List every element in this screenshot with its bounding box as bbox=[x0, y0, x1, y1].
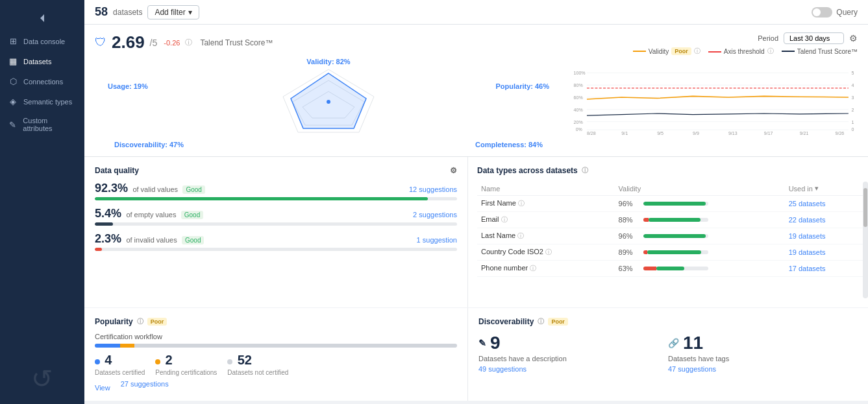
svg-point-5 bbox=[327, 100, 330, 104]
sidebar-item-connections[interactable]: ⬡ Connections bbox=[0, 71, 84, 91]
col-name: Name bbox=[477, 182, 615, 196]
panels-row-1: Data quality ⚙ 92.3% of valid values Goo… bbox=[84, 157, 868, 307]
certified-value: 4 bbox=[105, 353, 112, 367]
disc-desc-label: Datasets have a description bbox=[478, 355, 668, 362]
svg-text:9/17: 9/17 bbox=[764, 131, 773, 136]
dq-invalid-suggestion[interactable]: 1 suggestion bbox=[417, 236, 457, 244]
sidebar-item-custom-attributes[interactable]: ✎ Custom attributes bbox=[0, 112, 84, 137]
svg-text:100%: 100% bbox=[574, 71, 586, 75]
used-in-link[interactable]: 25 datasets bbox=[789, 200, 826, 208]
sidebar: ⊞ Data console ▦ Datasets ⬡ Connections … bbox=[0, 0, 84, 404]
sort-icon: ▾ bbox=[815, 184, 819, 193]
svg-marker-0 bbox=[40, 14, 44, 22]
pop-links: View 27 suggestions bbox=[95, 380, 457, 392]
panels-row-2: Popularity ⓘ Poor Certification workflow… bbox=[84, 308, 868, 401]
disc-stats: ✎ 9 Datasets have a description 49 sugge… bbox=[478, 333, 858, 373]
table-row: Email ⓘ 88% bbox=[477, 212, 863, 228]
validity-pct: 88% bbox=[619, 216, 639, 224]
used-in-link[interactable]: 22 datasets bbox=[789, 216, 826, 224]
popularity-poor-badge: Poor bbox=[147, 318, 167, 326]
legend-trust: Talend Trust Score™ bbox=[782, 48, 858, 55]
dq-empty-metric: 5.4% of empty values Good 2 suggestions bbox=[95, 207, 457, 226]
dq-valid-badge: Good bbox=[182, 185, 205, 194]
validity-pct: 96% bbox=[619, 200, 639, 208]
row-info-icon[interactable]: ⓘ bbox=[517, 232, 524, 239]
used-in-link[interactable]: 19 datasets bbox=[789, 232, 826, 240]
data-types-info-icon[interactable]: ⓘ bbox=[582, 166, 588, 175]
add-filter-button[interactable]: Add filter ▾ bbox=[147, 5, 199, 19]
legend-validity-label: Validity bbox=[649, 48, 669, 55]
col-used-in[interactable]: Used in ▾ bbox=[785, 182, 863, 196]
svg-text:3: 3 bbox=[852, 95, 854, 100]
svg-text:9/5: 9/5 bbox=[657, 131, 663, 136]
data-quality-settings-icon[interactable]: ⚙ bbox=[450, 166, 457, 175]
dq-invalid-fill bbox=[95, 248, 102, 251]
data-types-title: Data types across datasets ⓘ bbox=[477, 166, 868, 175]
sidebar-item-label: Custom attributes bbox=[23, 117, 77, 132]
table-row: Last Name ⓘ 96% 19 datasets bbox=[477, 228, 863, 244]
row-info-icon[interactable]: ⓘ bbox=[545, 248, 552, 255]
popularity-info-icon[interactable]: ⓘ bbox=[137, 317, 143, 326]
validity-info-icon[interactable]: ⓘ bbox=[694, 47, 701, 56]
axis-threshold-line-icon bbox=[708, 51, 721, 53]
sidebar-item-data-console[interactable]: ⊞ Data console bbox=[0, 31, 84, 51]
pop-suggestions-link[interactable]: 27 suggestions bbox=[121, 380, 169, 392]
dq-empty-suggestion[interactable]: 2 suggestions bbox=[413, 211, 457, 219]
used-in-link[interactable]: 17 datasets bbox=[789, 265, 826, 272]
used-in-link[interactable]: 19 datasets bbox=[789, 248, 826, 256]
dq-valid-value: 92.3% bbox=[95, 182, 128, 195]
row-info-icon[interactable]: ⓘ bbox=[530, 265, 536, 272]
table-scrollbar[interactable] bbox=[863, 182, 868, 298]
sidebar-back-icon[interactable] bbox=[34, 10, 50, 26]
custom-attributes-icon: ✎ bbox=[8, 120, 18, 130]
axis-info-icon[interactable]: ⓘ bbox=[767, 47, 774, 56]
validity-pct: 63% bbox=[619, 265, 639, 272]
disc-desc-suggestions[interactable]: 49 suggestions bbox=[478, 365, 668, 373]
chart-settings-icon[interactable]: ⚙ bbox=[849, 33, 858, 43]
table-row: Phone number ⓘ 63% bbox=[477, 261, 863, 277]
sidebar-item-label: Connections bbox=[23, 78, 63, 86]
dq-empty-header: 5.4% of empty values Good 2 suggestions bbox=[95, 207, 457, 220]
chevron-down-icon: ▾ bbox=[188, 8, 192, 17]
trust-score-value: 2.69 bbox=[112, 32, 145, 53]
sidebar-item-label: Datasets bbox=[23, 58, 51, 65]
dq-valid-suggestion[interactable]: 12 suggestions bbox=[409, 185, 457, 193]
sidebar-watermark: ↺ bbox=[0, 353, 84, 404]
trust-line-chart: 100% 80% 60% 40% 20% 0% 5 4 3 2 1 0 bbox=[573, 60, 858, 144]
validity-pct: 96% bbox=[619, 232, 639, 240]
svg-text:9/13: 9/13 bbox=[728, 131, 738, 136]
dq-valid-label: of valid values bbox=[132, 185, 178, 193]
sidebar-item-label: Semantic types bbox=[23, 98, 72, 106]
svg-text:80%: 80% bbox=[574, 83, 584, 88]
row-name: Country Code ISO2 bbox=[481, 248, 543, 255]
trust-left-panel: 🛡 2.69 /5 -0.26 ⓘ Talend Trust Score™ bbox=[95, 32, 562, 149]
legend-axis-label: Axis threshold bbox=[724, 48, 765, 55]
trust-header: 🛡 2.69 /5 -0.26 ⓘ Talend Trust Score™ bbox=[95, 32, 562, 53]
sidebar-item-semantic-types[interactable]: ◈ Semantic types bbox=[0, 91, 84, 112]
query-toggle-switch[interactable] bbox=[812, 7, 832, 18]
col-validity: Validity bbox=[615, 182, 785, 196]
sidebar-item-datasets[interactable]: ▦ Datasets bbox=[0, 51, 84, 71]
validity-pct: 89% bbox=[619, 248, 639, 256]
data-types-panel: Data types across datasets ⓘ Name Validi… bbox=[468, 157, 868, 307]
validity-line-icon bbox=[633, 51, 646, 52]
dq-valid-fill bbox=[95, 197, 428, 200]
period-row: Period Last 30 days ⚙ bbox=[573, 32, 858, 44]
trust-info-icon[interactable]: ⓘ bbox=[185, 38, 192, 47]
main-content: 58 datasets Add filter ▾ Query 🛡 2.69 /5… bbox=[84, 0, 868, 404]
row-info-icon[interactable]: ⓘ bbox=[501, 216, 508, 223]
period-label: Period bbox=[758, 34, 778, 42]
svg-text:40%: 40% bbox=[574, 108, 584, 112]
row-info-icon[interactable]: ⓘ bbox=[518, 200, 525, 207]
datasets-icon: ▦ bbox=[8, 56, 18, 66]
discoverability-info-icon[interactable]: ⓘ bbox=[538, 317, 544, 326]
view-link[interactable]: View bbox=[95, 384, 110, 392]
row-name: Phone number bbox=[481, 264, 528, 272]
popularity-panel: Popularity ⓘ Poor Certification workflow… bbox=[84, 308, 467, 401]
period-select[interactable]: Last 30 days bbox=[784, 32, 844, 44]
svg-text:9/21: 9/21 bbox=[800, 131, 809, 136]
data-console-icon: ⊞ bbox=[8, 36, 18, 46]
data-types-table-container[interactable]: Name Validity Used in ▾ bbox=[477, 182, 863, 298]
disc-tags-suggestions[interactable]: 47 suggestions bbox=[668, 365, 858, 373]
dq-invalid-value: 2.3% bbox=[95, 232, 121, 245]
